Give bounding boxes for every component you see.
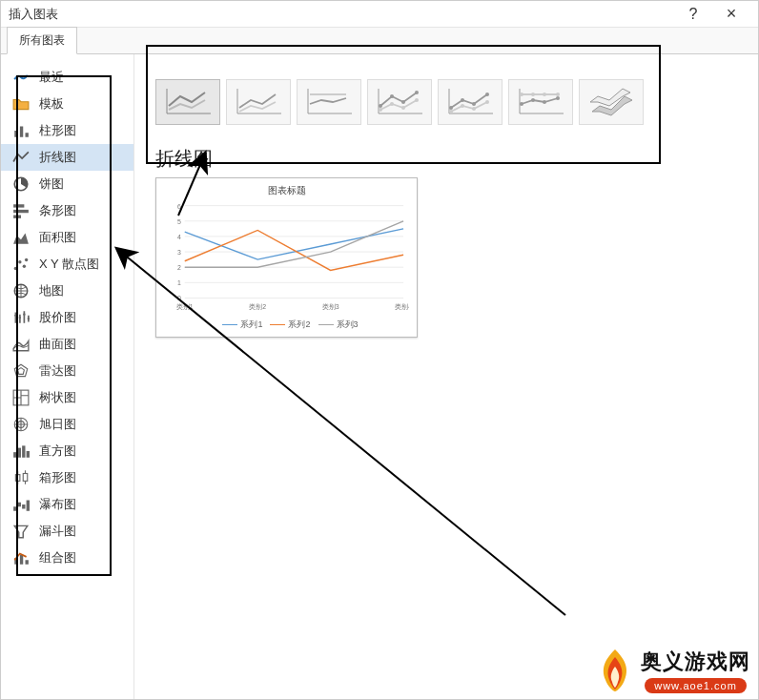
svg-point-10 — [25, 258, 28, 261]
sidebar-item-combo[interactable]: 组合图 — [1, 545, 133, 571]
svg-point-43 — [449, 110, 453, 113]
sidebar-item-sunburst[interactable]: 旭日图 — [1, 411, 133, 438]
svg-point-48 — [531, 93, 535, 96]
sidebar-item-bar[interactable]: 条形图 — [1, 197, 133, 224]
map-icon — [12, 283, 30, 299]
sidebar-item-label: 最近 — [39, 69, 64, 86]
sidebar-item-label: 地图 — [39, 282, 64, 299]
subtype-line[interactable] — [155, 79, 220, 125]
recent-icon — [12, 70, 30, 85]
bar-chart-icon — [12, 203, 30, 218]
svg-rect-24 — [18, 503, 21, 507]
svg-rect-17 — [13, 452, 16, 458]
sidebar-item-label: 模板 — [39, 95, 64, 113]
svg-text:5: 5 — [177, 218, 181, 225]
svg-point-9 — [23, 265, 26, 268]
sidebar-item-label: 箱形图 — [39, 469, 76, 486]
svg-point-45 — [472, 107, 476, 111]
sidebar-item-surface[interactable]: 曲面图 — [1, 331, 133, 358]
svg-point-50 — [556, 93, 560, 96]
sidebar-item-line[interactable]: 折线图 — [1, 144, 133, 171]
sidebar-item-label: 条形图 — [39, 202, 76, 219]
scatter-chart-icon — [12, 257, 30, 272]
main-area: 折线图 图表标题 0123456类别1类别2类别3类别4 系列1系列2系列3 — [134, 54, 758, 699]
svg-point-44 — [461, 104, 464, 108]
sidebar-item-recent[interactable]: 最近 — [1, 64, 133, 91]
sidebar-item-stock[interactable]: 股价图 — [1, 304, 133, 331]
sidebar-item-map[interactable]: 地图 — [1, 278, 133, 304]
svg-rect-4 — [13, 204, 24, 207]
sidebar-item-label: 旭日图 — [39, 416, 76, 433]
tab-all-charts[interactable]: 所有图表 — [7, 27, 77, 54]
subtype-stacked-line[interactable] — [226, 79, 291, 125]
svg-point-42 — [485, 93, 489, 96]
svg-point-46 — [485, 100, 489, 104]
svg-text:类别4: 类别4 — [395, 303, 409, 310]
tabstrip: 所有图表 — [1, 28, 758, 54]
svg-point-33 — [401, 100, 405, 104]
svg-text:类别2: 类别2 — [249, 303, 266, 310]
sidebar-item-area[interactable]: 面积图 — [1, 224, 133, 251]
sidebar-item-column[interactable]: 柱形图 — [1, 117, 133, 144]
svg-marker-13 — [18, 368, 25, 375]
svg-rect-21 — [15, 475, 20, 482]
svg-point-53 — [543, 100, 546, 104]
insert-chart-dialog: 插入图表 ? × 所有图表 最近 模板 柱形图 — [0, 0, 759, 700]
close-button[interactable]: × — [712, 1, 750, 28]
column-chart-icon — [12, 123, 30, 138]
funnel-icon — [12, 524, 30, 539]
stock-chart-icon — [12, 310, 30, 325]
svg-text:3: 3 — [177, 249, 181, 256]
subtype-line-markers[interactable] — [367, 79, 432, 125]
sidebar-item-label: 漏斗图 — [39, 523, 76, 540]
chart-preview[interactable]: 图表标题 0123456类别1类别2类别3类别4 系列1系列2系列3 — [155, 177, 418, 338]
waterfall-icon — [12, 497, 30, 512]
sidebar-item-label: 折线图 — [39, 149, 76, 166]
sidebar-item-label: 雷达图 — [39, 362, 76, 380]
svg-point-31 — [379, 104, 382, 108]
svg-text:类别1: 类别1 — [176, 303, 194, 310]
svg-rect-28 — [20, 555, 23, 565]
sidebar-item-radar[interactable]: 雷达图 — [1, 358, 133, 384]
dialog-title: 插入图表 — [9, 6, 674, 23]
sunburst-icon — [12, 417, 30, 432]
surface-chart-icon — [12, 337, 30, 352]
treemap-icon — [12, 390, 30, 405]
svg-point-54 — [556, 96, 560, 100]
sidebar-item-label: 饼图 — [39, 175, 64, 193]
sidebar-item-box[interactable]: 箱形图 — [1, 464, 133, 491]
sidebar-item-scatter[interactable]: X Y 散点图 — [1, 251, 133, 278]
sidebar-item-treemap[interactable]: 树状图 — [1, 384, 133, 411]
subtype-stacked-line-markers[interactable] — [438, 79, 503, 125]
folder-icon — [12, 96, 30, 112]
svg-text:类别3: 类别3 — [322, 303, 339, 310]
svg-rect-26 — [27, 501, 30, 511]
svg-rect-19 — [22, 445, 25, 457]
sidebar-item-label: 组合图 — [39, 549, 76, 566]
sidebar-item-waterfall[interactable]: 瀑布图 — [1, 491, 133, 518]
subtype-100-stacked-line[interactable] — [297, 79, 361, 125]
svg-point-7 — [14, 267, 17, 270]
radar-chart-icon — [12, 363, 30, 379]
sidebar-item-label: 曲面图 — [39, 336, 76, 353]
svg-point-47 — [520, 93, 523, 96]
chart-category-sidebar: 最近 模板 柱形图 折线图 饼图 — [1, 54, 134, 699]
subtype-title: 折线图 — [155, 146, 745, 172]
svg-rect-5 — [13, 210, 29, 213]
box-plot-icon — [12, 470, 30, 485]
svg-rect-22 — [23, 474, 28, 482]
help-button[interactable]: ? — [674, 1, 712, 28]
svg-point-38 — [415, 98, 419, 102]
sidebar-item-histogram[interactable]: 直方图 — [1, 438, 133, 464]
sidebar-item-label: 瀑布图 — [39, 496, 76, 513]
svg-point-8 — [18, 260, 21, 263]
sidebar-item-templates[interactable]: 模板 — [1, 91, 133, 117]
chart-subtype-row — [148, 64, 745, 133]
sidebar-item-pie[interactable]: 饼图 — [1, 171, 133, 197]
subtype-3d-line[interactable] — [579, 79, 644, 125]
watermark-logo: 奥义游戏网 www.aoe1.com — [595, 648, 750, 693]
pie-chart-icon — [12, 176, 30, 192]
subtype-100-stacked-line-markers[interactable] — [508, 79, 573, 125]
sidebar-item-funnel[interactable]: 漏斗图 — [1, 518, 133, 545]
chart-preview-legend: 系列1系列2系列3 — [164, 319, 409, 331]
